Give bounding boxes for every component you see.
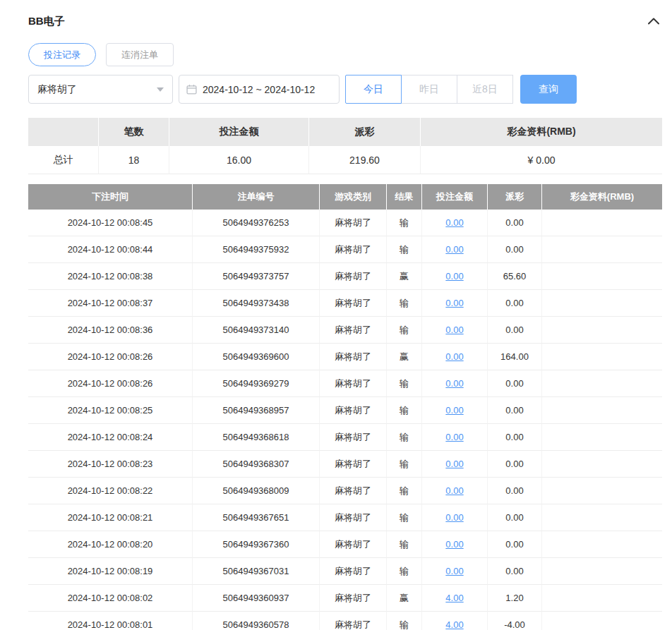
- result-cell: 输: [387, 478, 422, 504]
- bet-amount-cell: 0.00: [422, 344, 488, 370]
- today-button[interactable]: 今日: [345, 75, 402, 104]
- game-type-cell: 麻将胡了: [320, 236, 387, 263]
- result-cell: 赢: [387, 585, 422, 612]
- table-row: 2024-10-12 00:08:235064949368307麻将胡了输0.0…: [28, 451, 662, 478]
- bonus-cell: [542, 344, 662, 370]
- summary-table: 笔数 投注金额 派彩 彩金资料(RMB) 总计 18 16.00 219.60 …: [28, 118, 662, 174]
- payout-cell: 0.00: [488, 504, 542, 531]
- order-id-cell: 5064949368009: [193, 478, 320, 504]
- bet-amount-link[interactable]: 0.00: [445, 271, 463, 281]
- bonus-cell: [542, 531, 662, 558]
- bet-table-header-row: 下注时间注单编号游戏类别结果投注金额派彩彩金资料(RMB): [28, 184, 662, 210]
- bet-amount-link[interactable]: 0.00: [445, 325, 463, 335]
- order-id-cell: 5064949376253: [193, 210, 320, 236]
- payout-cell: 0.00: [488, 317, 542, 344]
- yesterday-button[interactable]: 昨日: [401, 75, 457, 104]
- summary-header-payout: 派彩: [309, 118, 421, 146]
- order-id-cell: 5064949367651: [193, 504, 320, 531]
- order-id-cell: 5064949360937: [193, 585, 320, 612]
- result-cell: 输: [387, 424, 422, 451]
- bet-time-cell: 2024-10-12 00:08:37: [28, 290, 193, 317]
- order-id-cell: 5064949368307: [193, 451, 320, 478]
- bet-amount-link[interactable]: 0.00: [445, 244, 463, 255]
- game-type-cell: 麻将胡了: [320, 397, 387, 424]
- payout-cell: 164.00: [488, 344, 542, 370]
- column-header: 下注时间: [28, 184, 193, 210]
- bonus-cell: [542, 317, 662, 344]
- tab-bet-records[interactable]: 投注记录: [28, 43, 96, 66]
- bet-amount-cell: 0.00: [422, 263, 488, 290]
- bet-amount-cell: 4.00: [422, 585, 488, 612]
- bonus-cell: [542, 424, 662, 451]
- payout-cell: 0.00: [488, 531, 542, 558]
- game-type-cell: 麻将胡了: [320, 317, 387, 344]
- game-type-cell: 麻将胡了: [320, 263, 387, 290]
- payout-cell: 0.00: [488, 558, 542, 585]
- bonus-cell: [542, 263, 662, 290]
- result-cell: 输: [387, 210, 422, 236]
- bet-amount-link[interactable]: 4.00: [445, 619, 463, 630]
- result-cell: 输: [387, 451, 422, 478]
- order-id-cell: 5064949373438: [193, 290, 320, 317]
- game-type-cell: 麻将胡了: [320, 585, 387, 612]
- bet-amount-cell: 0.00: [422, 478, 488, 504]
- last-8-days-button[interactable]: 近8日: [457, 75, 513, 104]
- table-row: 2024-10-12 00:08:455064949376253麻将胡了输0.0…: [28, 210, 662, 236]
- bet-time-cell: 2024-10-12 00:08:20: [28, 531, 193, 558]
- table-row: 2024-10-12 00:08:225064949368009麻将胡了输0.0…: [28, 478, 662, 504]
- column-header: 派彩: [488, 184, 542, 210]
- date-shortcut-group: 今日 昨日 近8日: [345, 75, 513, 104]
- game-select[interactable]: 麻将胡了: [28, 75, 173, 104]
- payout-cell: 0.00: [488, 424, 542, 451]
- game-type-cell: 麻将胡了: [320, 424, 387, 451]
- summary-header-empty: [28, 118, 99, 146]
- payout-cell: -4.00: [488, 612, 542, 630]
- bet-amount-link[interactable]: 0.00: [445, 378, 463, 389]
- bet-amount-link[interactable]: 0.00: [445, 351, 463, 362]
- bet-amount-link[interactable]: 0.00: [445, 566, 463, 576]
- bet-amount-link[interactable]: 0.00: [445, 485, 463, 496]
- bet-time-cell: 2024-10-12 00:08:26: [28, 344, 193, 370]
- collapse-panel-button[interactable]: [645, 13, 662, 29]
- bet-amount-link[interactable]: 0.00: [445, 539, 463, 550]
- summary-header-row: 笔数 投注金额 派彩 彩金资料(RMB): [28, 118, 662, 146]
- date-range-input[interactable]: 2024-10-12 ~ 2024-10-12: [179, 75, 340, 104]
- bonus-cell: [542, 558, 662, 585]
- game-type-cell: 麻将胡了: [320, 344, 387, 370]
- chevron-down-icon: [157, 87, 164, 92]
- bonus-cell: [542, 397, 662, 424]
- query-button[interactable]: 查询: [520, 75, 577, 104]
- bet-table: 下注时间注单编号游戏类别结果投注金额派彩彩金资料(RMB) 2024-10-12…: [28, 184, 662, 630]
- bet-amount-link[interactable]: 0.00: [445, 512, 463, 523]
- table-row: 2024-10-12 00:08:215064949367651麻将胡了输0.0…: [28, 504, 662, 531]
- bet-amount-cell: 0.00: [422, 317, 488, 344]
- column-header: 游戏类别: [320, 184, 387, 210]
- payout-cell: 0.00: [488, 397, 542, 424]
- panel-header: BB电子: [28, 0, 662, 28]
- bonus-cell: [542, 236, 662, 263]
- summary-bonus-value: ¥ 0.00: [421, 146, 662, 174]
- bet-table-body: 2024-10-12 00:08:455064949376253麻将胡了输0.0…: [28, 210, 662, 630]
- bet-amount-link[interactable]: 0.00: [445, 217, 463, 228]
- bonus-cell: [542, 585, 662, 612]
- table-row: 2024-10-12 00:08:015064949360578麻将胡了输4.0…: [28, 612, 662, 630]
- bet-amount-link[interactable]: 4.00: [445, 593, 463, 603]
- result-cell: 输: [387, 504, 422, 531]
- tabs: 投注记录 连消注单: [28, 43, 662, 66]
- tab-cancelled-orders[interactable]: 连消注单: [106, 43, 174, 66]
- calendar-icon: [186, 84, 203, 95]
- order-id-cell: 5064949369279: [193, 370, 320, 397]
- bet-time-cell: 2024-10-12 00:08:44: [28, 236, 193, 263]
- summary-payout-value: 219.60: [309, 146, 421, 174]
- bet-amount-link[interactable]: 0.00: [445, 459, 463, 469]
- bet-amount-link[interactable]: 0.00: [445, 405, 463, 416]
- result-cell: 输: [387, 612, 422, 630]
- table-row: 2024-10-12 00:08:375064949373438麻将胡了输0.0…: [28, 290, 662, 317]
- payout-cell: 65.60: [488, 263, 542, 290]
- bet-amount-link[interactable]: 0.00: [445, 298, 463, 308]
- bet-amount-cell: 0.00: [422, 531, 488, 558]
- bet-time-cell: 2024-10-12 00:08:24: [28, 424, 193, 451]
- bet-amount-cell: 0.00: [422, 451, 488, 478]
- bet-amount-link[interactable]: 0.00: [445, 432, 463, 442]
- table-row: 2024-10-12 00:08:265064949369279麻将胡了输0.0…: [28, 370, 662, 397]
